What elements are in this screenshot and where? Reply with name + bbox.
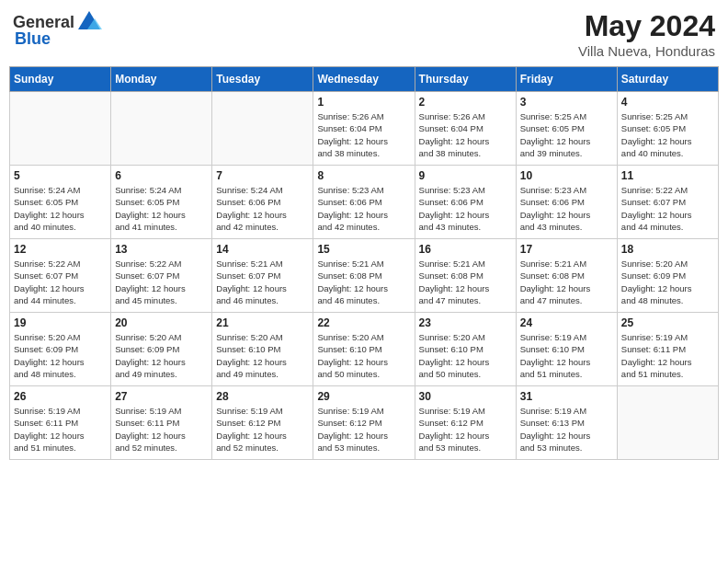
day-info: Sunrise: 5:20 AM Sunset: 6:09 PM Dayligh…	[621, 258, 714, 306]
calendar-cell: 3Sunrise: 5:25 AM Sunset: 6:05 PM Daylig…	[516, 92, 617, 166]
day-info: Sunrise: 5:26 AM Sunset: 6:04 PM Dayligh…	[317, 110, 410, 159]
day-info: Sunrise: 5:20 AM Sunset: 6:10 PM Dayligh…	[419, 331, 512, 380]
calendar-cell: 21Sunrise: 5:20 AM Sunset: 6:10 PM Dayli…	[212, 313, 313, 386]
day-info: Sunrise: 5:22 AM Sunset: 6:07 PM Dayligh…	[14, 258, 107, 306]
weekday-header-wednesday: Wednesday	[313, 67, 415, 92]
day-info: Sunrise: 5:23 AM Sunset: 6:06 PM Dayligh…	[520, 184, 613, 233]
day-number: 7	[216, 169, 309, 182]
day-info: Sunrise: 5:26 AM Sunset: 6:04 PM Dayligh…	[419, 110, 512, 159]
day-number: 2	[419, 96, 512, 109]
day-number: 31	[520, 390, 613, 403]
calendar-cell: 16Sunrise: 5:21 AM Sunset: 6:08 PM Dayli…	[415, 239, 516, 313]
calendar-cell: 22Sunrise: 5:20 AM Sunset: 6:10 PM Dayli…	[313, 313, 415, 386]
calendar-cell: 1Sunrise: 5:26 AM Sunset: 6:04 PM Daylig…	[313, 92, 415, 166]
day-info: Sunrise: 5:21 AM Sunset: 6:08 PM Dayligh…	[419, 258, 512, 306]
calendar-cell: 9Sunrise: 5:23 AM Sunset: 6:06 PM Daylig…	[415, 166, 516, 239]
day-info: Sunrise: 5:20 AM Sunset: 6:09 PM Dayligh…	[115, 331, 208, 380]
calendar-cell: 14Sunrise: 5:21 AM Sunset: 6:07 PM Dayli…	[212, 239, 313, 313]
weekday-header-saturday: Saturday	[617, 67, 718, 92]
day-info: Sunrise: 5:20 AM Sunset: 6:09 PM Dayligh…	[14, 331, 107, 380]
calendar-cell: 10Sunrise: 5:23 AM Sunset: 6:06 PM Dayli…	[516, 166, 617, 239]
day-info: Sunrise: 5:22 AM Sunset: 6:07 PM Dayligh…	[621, 184, 714, 233]
weekday-header-monday: Monday	[111, 67, 212, 92]
calendar-body: 1Sunrise: 5:26 AM Sunset: 6:04 PM Daylig…	[10, 92, 719, 460]
day-number: 30	[419, 390, 512, 403]
day-info: Sunrise: 5:21 AM Sunset: 6:07 PM Dayligh…	[216, 258, 309, 306]
weekday-header-sunday: Sunday	[10, 67, 111, 92]
day-info: Sunrise: 5:19 AM Sunset: 6:11 PM Dayligh…	[115, 405, 208, 454]
day-info: Sunrise: 5:24 AM Sunset: 6:05 PM Dayligh…	[115, 184, 208, 233]
day-info: Sunrise: 5:21 AM Sunset: 6:08 PM Dayligh…	[520, 258, 613, 306]
calendar-cell: 6Sunrise: 5:24 AM Sunset: 6:05 PM Daylig…	[111, 166, 212, 239]
day-number: 17	[520, 243, 613, 256]
calendar-cell: 30Sunrise: 5:19 AM Sunset: 6:12 PM Dayli…	[415, 386, 516, 460]
logo-icon	[76, 9, 102, 35]
weekday-header-row: SundayMondayTuesdayWednesdayThursdayFrid…	[10, 67, 719, 92]
day-number: 19	[14, 316, 107, 329]
day-info: Sunrise: 5:19 AM Sunset: 6:12 PM Dayligh…	[419, 405, 512, 454]
day-number: 6	[115, 169, 208, 182]
calendar-week-3: 12Sunrise: 5:22 AM Sunset: 6:07 PM Dayli…	[10, 239, 719, 313]
calendar-cell: 29Sunrise: 5:19 AM Sunset: 6:12 PM Dayli…	[313, 386, 415, 460]
day-info: Sunrise: 5:19 AM Sunset: 6:12 PM Dayligh…	[216, 405, 309, 454]
day-info: Sunrise: 5:20 AM Sunset: 6:10 PM Dayligh…	[317, 331, 410, 380]
day-number: 12	[14, 243, 107, 256]
day-number: 13	[115, 243, 208, 256]
weekday-header-tuesday: Tuesday	[212, 67, 313, 92]
location-subtitle: Villa Nueva, Honduras	[578, 43, 715, 59]
title-block: May 2024 Villa Nueva, Honduras	[578, 9, 715, 59]
day-info: Sunrise: 5:24 AM Sunset: 6:06 PM Dayligh…	[216, 184, 309, 233]
calendar-cell: 11Sunrise: 5:22 AM Sunset: 6:07 PM Dayli…	[617, 166, 718, 239]
calendar-week-4: 19Sunrise: 5:20 AM Sunset: 6:09 PM Dayli…	[10, 313, 719, 386]
day-number: 18	[621, 243, 714, 256]
day-number: 20	[115, 316, 208, 329]
day-number: 4	[621, 96, 714, 109]
day-info: Sunrise: 5:19 AM Sunset: 6:11 PM Dayligh…	[14, 405, 107, 454]
day-info: Sunrise: 5:24 AM Sunset: 6:05 PM Dayligh…	[14, 184, 107, 233]
day-info: Sunrise: 5:19 AM Sunset: 6:13 PM Dayligh…	[520, 405, 613, 454]
calendar-cell: 20Sunrise: 5:20 AM Sunset: 6:09 PM Dayli…	[111, 313, 212, 386]
calendar-cell: 15Sunrise: 5:21 AM Sunset: 6:08 PM Dayli…	[313, 239, 415, 313]
weekday-header-friday: Friday	[516, 67, 617, 92]
day-number: 8	[317, 169, 410, 182]
day-number: 3	[520, 96, 613, 109]
calendar-cell: 7Sunrise: 5:24 AM Sunset: 6:06 PM Daylig…	[212, 166, 313, 239]
logo-blue-text: Blue	[13, 29, 51, 49]
day-number: 23	[419, 316, 512, 329]
day-info: Sunrise: 5:25 AM Sunset: 6:05 PM Dayligh…	[621, 110, 714, 159]
day-number: 25	[621, 316, 714, 329]
calendar-cell: 19Sunrise: 5:20 AM Sunset: 6:09 PM Dayli…	[10, 313, 111, 386]
calendar-week-5: 26Sunrise: 5:19 AM Sunset: 6:11 PM Dayli…	[10, 386, 719, 460]
calendar-cell: 8Sunrise: 5:23 AM Sunset: 6:06 PM Daylig…	[313, 166, 415, 239]
day-info: Sunrise: 5:23 AM Sunset: 6:06 PM Dayligh…	[419, 184, 512, 233]
calendar-cell	[10, 92, 111, 166]
day-number: 22	[317, 316, 410, 329]
calendar-cell: 2Sunrise: 5:26 AM Sunset: 6:04 PM Daylig…	[415, 92, 516, 166]
calendar-cell: 18Sunrise: 5:20 AM Sunset: 6:09 PM Dayli…	[617, 239, 718, 313]
calendar-cell: 4Sunrise: 5:25 AM Sunset: 6:05 PM Daylig…	[617, 92, 718, 166]
day-number: 10	[520, 169, 613, 182]
calendar-cell: 27Sunrise: 5:19 AM Sunset: 6:11 PM Dayli…	[111, 386, 212, 460]
day-number: 26	[14, 390, 107, 403]
day-number: 15	[317, 243, 410, 256]
weekday-header-thursday: Thursday	[415, 67, 516, 92]
calendar-week-2: 5Sunrise: 5:24 AM Sunset: 6:05 PM Daylig…	[10, 166, 719, 239]
calendar-table: SundayMondayTuesdayWednesdayThursdayFrid…	[9, 66, 719, 460]
calendar-week-1: 1Sunrise: 5:26 AM Sunset: 6:04 PM Daylig…	[10, 92, 719, 166]
calendar-cell: 5Sunrise: 5:24 AM Sunset: 6:05 PM Daylig…	[10, 166, 111, 239]
day-number: 24	[520, 316, 613, 329]
calendar-cell	[212, 92, 313, 166]
day-number: 28	[216, 390, 309, 403]
day-number: 5	[14, 169, 107, 182]
day-info: Sunrise: 5:25 AM Sunset: 6:05 PM Dayligh…	[520, 110, 613, 159]
day-info: Sunrise: 5:23 AM Sunset: 6:06 PM Dayligh…	[317, 184, 410, 233]
calendar-cell: 23Sunrise: 5:20 AM Sunset: 6:10 PM Dayli…	[415, 313, 516, 386]
day-number: 1	[317, 96, 410, 109]
calendar-cell: 26Sunrise: 5:19 AM Sunset: 6:11 PM Dayli…	[10, 386, 111, 460]
month-title: May 2024	[578, 9, 715, 43]
calendar-cell: 13Sunrise: 5:22 AM Sunset: 6:07 PM Dayli…	[111, 239, 212, 313]
day-info: Sunrise: 5:19 AM Sunset: 6:11 PM Dayligh…	[621, 331, 714, 380]
day-info: Sunrise: 5:20 AM Sunset: 6:10 PM Dayligh…	[216, 331, 309, 380]
day-info: Sunrise: 5:19 AM Sunset: 6:10 PM Dayligh…	[520, 331, 613, 380]
logo: General Blue	[13, 9, 102, 49]
